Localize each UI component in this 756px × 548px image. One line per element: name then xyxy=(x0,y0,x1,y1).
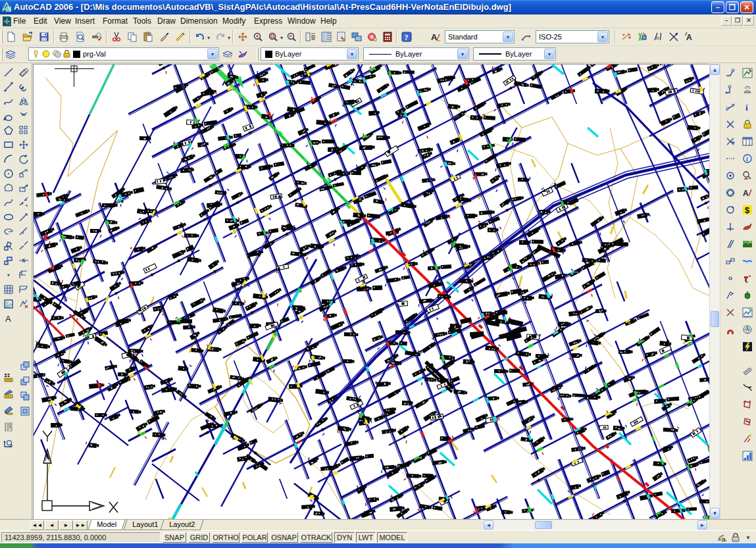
svg-text:A: A xyxy=(5,314,11,324)
svg-text:!: ! xyxy=(724,537,725,542)
svg-text:A: A xyxy=(743,189,749,198)
svg-text:i: i xyxy=(745,103,748,112)
svg-text:$: $ xyxy=(745,205,750,215)
svg-text:?: ? xyxy=(405,33,409,42)
svg-text:A: A xyxy=(686,33,692,42)
svg-text:o: o xyxy=(656,35,659,41)
svg-text:i: i xyxy=(746,155,748,162)
